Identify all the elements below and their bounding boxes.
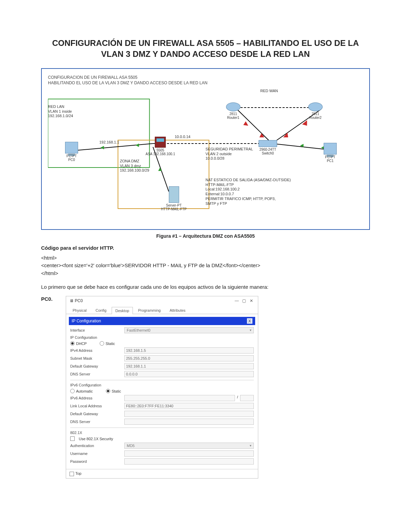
- username-input[interactable]: [124, 450, 254, 457]
- panel-title: IP Configuration: [72, 319, 101, 323]
- ipv6-prefix-input[interactable]: [240, 395, 254, 401]
- section-http-code: Código para el servidor HTTP.: [41, 245, 370, 251]
- top-checkbox[interactable]: [70, 472, 74, 476]
- dns-label: DNS Server: [70, 372, 122, 376]
- device-router1: 2811 Router1: [226, 102, 240, 120]
- tab-desktop[interactable]: Desktop: [112, 307, 133, 314]
- device-pc0: PC-PT PC0: [65, 142, 78, 162]
- label-seguridad: SEGURIDAD PERIMETRAL VLAN 2 outside 10.0…: [206, 147, 253, 161]
- username-label: Username: [70, 451, 122, 456]
- interface-label: Interface: [70, 328, 122, 332]
- fig-heading-2: HABILITANDO EL USO DE LA VLAN 3 DMZ Y DA…: [48, 81, 363, 85]
- window-maximize-icon[interactable]: ▢: [241, 298, 247, 303]
- device-router2: 2811 Router2: [308, 102, 323, 120]
- http-code-block: <html> <center><font size='+2' color='bl…: [41, 254, 370, 277]
- figure-caption: Figura #1 – Arquitectura DMZ con ASA5505: [41, 233, 370, 239]
- ipv6-section: IPv6 Configuration: [70, 383, 254, 387]
- ipv6-input[interactable]: [124, 395, 235, 401]
- linklocal-label: Link Local Address: [70, 404, 122, 408]
- window-minimize-icon[interactable]: —: [234, 298, 240, 303]
- label-nat: NAT ESTATICO DE SALIDA (ASA/DMZ-OUTSIDE)…: [206, 178, 291, 206]
- pc0-dialog: 🖥 PC0 — ▢ ✕ Physical Config Desktop Prog…: [66, 296, 258, 479]
- password-input[interactable]: [124, 458, 254, 465]
- ipv4-input[interactable]: [124, 347, 254, 354]
- svg-line-5: [237, 109, 272, 144]
- tab-physical[interactable]: Physical: [69, 307, 90, 314]
- label-red-lan: RED LAN VLAN 1 inside 192.168.1.0/24: [48, 104, 73, 119]
- gateway6-input[interactable]: [124, 411, 254, 417]
- dns-input[interactable]: [124, 371, 254, 377]
- mask-label: Subnet Mask: [70, 356, 122, 360]
- topology-figure: CONFIGURACION DE UN FIREWALL ASA 5505 HA…: [41, 68, 370, 230]
- dialog-title: 🖥 PC0: [70, 298, 83, 303]
- window-close-icon[interactable]: ✕: [248, 298, 254, 303]
- pc0-heading: PC0.: [41, 296, 58, 302]
- tab-config[interactable]: Config: [92, 307, 110, 314]
- 8021x-section: 802.1X: [70, 431, 254, 435]
- device-asa: 5505 ASA 192.168.100.1: [146, 137, 175, 156]
- use-8021x-checkbox[interactable]: [70, 436, 75, 441]
- radio-static6[interactable]: Static: [106, 389, 121, 393]
- radio-auto[interactable]: Automatic: [70, 389, 93, 393]
- ip-lan: 192.168.1.1: [99, 140, 119, 145]
- device-pc1: PC-PT PC1: [324, 143, 337, 163]
- gateway-label: Default Gateway: [70, 364, 122, 368]
- fig-heading-1: CONFIGURACION DE UN FIREWALL ASA 5505: [48, 75, 363, 80]
- svg-marker-9: [100, 146, 104, 149]
- dns6-label: DNS Server: [70, 420, 122, 424]
- svg-marker-10: [136, 144, 139, 147]
- ipv4-section: IP Configuration: [70, 335, 254, 339]
- dns6-input[interactable]: [124, 419, 254, 425]
- ipv6-prefix-sep: /: [237, 395, 238, 401]
- footer-top-label: Top: [75, 471, 82, 475]
- tab-programming[interactable]: Programming: [134, 307, 164, 314]
- device-switch: 2960-24TT Switch0: [259, 140, 277, 155]
- auth-label: Authentication: [70, 444, 122, 448]
- gateway6-label: Default Gateway: [70, 412, 122, 416]
- interface-select[interactable]: FastEthernet0: [124, 327, 254, 333]
- password-label: Password: [70, 459, 122, 463]
- intro-paragraph: Lo primero que se debe hace es configura…: [41, 284, 370, 290]
- radio-dhcp[interactable]: DHCP: [70, 341, 87, 346]
- ipv4-label: IPv4 Address: [70, 348, 122, 352]
- page-title: CONFIGURACIÓN DE UN FIREWALL ASA 5505 – …: [41, 38, 370, 60]
- device-server: Server-PT HTTP-MAIL-FTP: [161, 186, 187, 211]
- ip-wan: 10.0.0.14: [175, 135, 190, 139]
- gateway-input[interactable]: [124, 363, 254, 369]
- panel-close-icon[interactable]: X: [247, 318, 252, 324]
- svg-marker-12: [243, 121, 248, 126]
- tab-attributes[interactable]: Attributes: [166, 307, 189, 314]
- auth-select[interactable]: MD5: [124, 443, 254, 449]
- label-red-wan: RED WAN: [260, 89, 278, 94]
- linklocal-input[interactable]: [124, 403, 254, 409]
- label-zona-dmz: ZONA DMZ VLAN 3 dmz 192.168.100.0/29: [120, 159, 149, 173]
- dialog-tabs: Physical Config Desktop Programming Attr…: [66, 305, 258, 314]
- radio-static[interactable]: Static: [100, 341, 115, 346]
- use-8021x-label: Use 802.1X Security: [79, 437, 113, 441]
- mask-input[interactable]: [124, 355, 254, 361]
- ipv6-label: IPv6 Address: [70, 396, 122, 400]
